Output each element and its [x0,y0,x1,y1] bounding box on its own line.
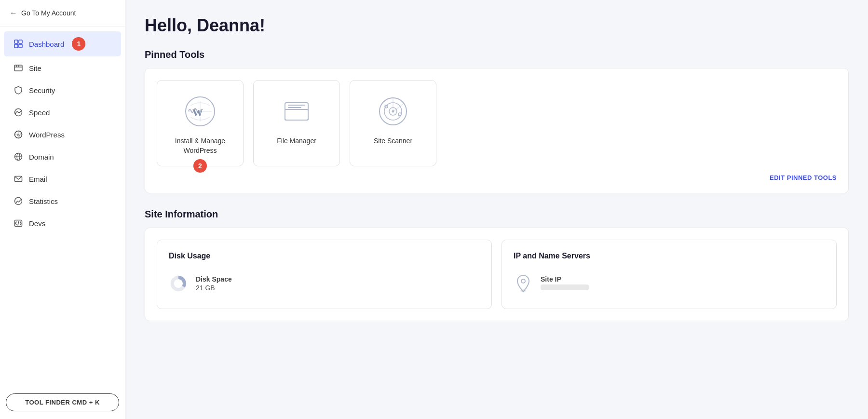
tool-finder-button[interactable]: TOOL FINDER CMD + K [6,393,119,411]
sidebar-statistics-label: Statistics [29,197,58,205]
sidebar-speed-label: Speed [29,108,50,117]
sidebar-email-label: Email [29,175,47,183]
edit-pinned-tools-link[interactable]: EDIT PINNED TOOLS [770,174,837,181]
site-ip-value [541,284,589,292]
site-scanner-tool-label: Site Scanner [374,136,412,146]
devs-icon [14,218,23,228]
sidebar-site-label: Site [29,64,41,72]
site-ip-label: Site IP [541,275,589,283]
sidebar-item-dashboard[interactable]: Dashboard 1 [4,31,121,56]
sidebar-devs-label: Devs [29,219,45,228]
speed-icon [14,108,23,117]
svg-rect-1 [19,40,22,43]
email-icon [14,174,23,184]
svg-rect-24 [288,107,301,108]
sidebar: ← Go To My Account Dashboard 1 [0,0,125,419]
disk-space-content: Disk Space 21 GB [196,275,232,292]
site-info-grid: Disk Usage Disk Space 21 GB [157,240,837,309]
disk-space-label: Disk Space [196,275,232,283]
wordpress-tool-label: Install & Manage WordPress [167,136,233,155]
svg-rect-23 [288,105,305,106]
sidebar-top: ← Go To My Account [0,0,125,27]
wordpress-tool-badge: 2 [193,159,207,173]
site-info-section-title: Site Information [145,209,849,220]
ip-name-servers-card: IP and Name Servers Site IP [502,240,837,309]
svg-point-34 [174,279,183,288]
svg-text:W: W [17,133,21,137]
edit-pinned-tools-row: EDIT PINNED TOOLS [157,174,837,181]
wordpress-icon: W [14,130,23,139]
file-manager-tool-icon [279,94,314,129]
pinned-tools-grid: W Install & Manage WordPress 2 [157,80,837,166]
page-title: Hello, Deanna! [145,15,849,36]
site-ip-content: Site IP [541,275,589,292]
svg-point-36 [521,279,525,283]
location-pin-icon [514,274,533,293]
sidebar-security-label: Security [29,86,55,95]
tool-card-site-scanner[interactable]: Site Scanner [350,80,436,166]
sidebar-domain-label: Domain [29,153,54,161]
sidebar-item-statistics[interactable]: Statistics [4,190,121,212]
tool-card-file-manager[interactable]: File Manager [253,80,340,166]
dashboard-icon [14,39,23,49]
tool-card-wordpress[interactable]: W Install & Manage WordPress 2 [157,80,244,166]
svg-text:W: W [192,107,203,119]
sidebar-item-domain[interactable]: Domain [4,146,121,167]
disk-space-value: 21 GB [196,284,232,292]
sidebar-item-devs[interactable]: Devs [4,213,121,234]
site-info-container: Disk Usage Disk Space 21 GB [145,228,849,321]
svg-line-17 [18,221,19,225]
disk-usage-card: Disk Usage Disk Space 21 GB [157,240,492,309]
file-manager-tool-label: File Manager [277,136,316,146]
svg-rect-2 [14,44,18,48]
sidebar-item-speed[interactable]: Speed [4,102,121,123]
sidebar-item-email[interactable]: Email [4,168,121,189]
domain-icon [14,152,23,162]
site-icon [14,63,23,73]
main-content: Hello, Deanna! Pinned Tools [125,0,868,419]
site-ip-placeholder [541,284,589,290]
back-arrow-icon: ← [10,9,17,17]
svg-rect-22 [285,109,308,120]
site-ip-row: Site IP [514,270,825,297]
go-to-account-link[interactable]: ← Go To My Account [10,9,115,17]
statistics-icon [14,196,23,206]
sidebar-nav: Dashboard 1 Site Security [0,27,125,386]
disk-usage-title: Disk Usage [169,252,480,260]
dashboard-badge: 1 [72,37,85,51]
sidebar-wordpress-label: WordPress [29,131,65,139]
svg-rect-0 [14,40,18,43]
svg-rect-3 [19,44,22,48]
sidebar-item-site[interactable]: Site [4,57,121,79]
svg-point-30 [398,113,401,116]
svg-point-15 [15,198,22,205]
go-to-account-label: Go To My Account [21,9,76,17]
wordpress-tool-icon: W [183,94,217,129]
disk-pie-icon [169,274,188,293]
pinned-tools-container: W Install & Manage WordPress 2 [145,68,849,193]
pinned-tools-section-title: Pinned Tools [145,49,849,60]
security-icon [14,85,23,95]
site-scanner-tool-icon [376,94,410,129]
sidebar-item-wordpress[interactable]: W WordPress [4,124,121,145]
ip-name-servers-title: IP and Name Servers [514,252,825,260]
sidebar-item-security[interactable]: Security [4,80,121,101]
disk-space-row: Disk Space 21 GB [169,270,480,297]
sidebar-dashboard-label: Dashboard [29,40,64,48]
